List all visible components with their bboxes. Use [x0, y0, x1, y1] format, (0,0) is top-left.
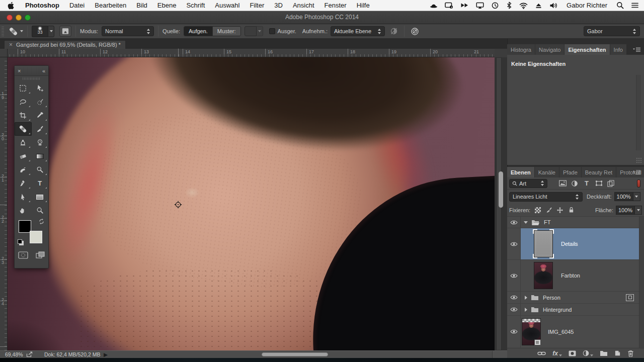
window-title-bar[interactable]: Adobe Photoshop CC 2014 [0, 11, 644, 24]
wifi-icon[interactable] [519, 2, 528, 9]
tool-gradient[interactable] [32, 149, 49, 163]
tab-kanaele[interactable]: Kanäle [535, 167, 559, 177]
new-layer-icon[interactable] [614, 350, 621, 356]
tool-history-brush[interactable] [32, 136, 49, 149]
new-group-icon[interactable] [600, 350, 608, 356]
ignore-adjustment-layers-icon[interactable] [388, 26, 400, 37]
layer-thumbnail[interactable] [534, 230, 553, 257]
status-expand-icon[interactable]: ▶ [104, 351, 108, 357]
tool-healing-brush[interactable] [15, 122, 32, 136]
fill-field[interactable]: 100% [616, 206, 642, 215]
properties-scrollbar[interactable] [636, 75, 641, 150]
layer-row-hintergrund[interactable]: Hintergrund [507, 304, 639, 316]
tab-eigenschaften[interactable]: Eigenschaften [565, 44, 610, 55]
menu-ansicht[interactable]: Ansicht [288, 2, 319, 9]
properties-panel-menu-icon[interactable] [632, 44, 641, 55]
panel-resize-grip[interactable] [636, 157, 642, 163]
layer-row-img-6045[interactable]: IMG_6045 [507, 316, 639, 347]
options-grip[interactable] [2, 26, 4, 36]
tool-crop[interactable] [15, 109, 32, 122]
visibility-toggle[interactable] [507, 217, 521, 228]
smart-object-filter-icon[interactable] [605, 180, 617, 187]
opacity-field[interactable]: 100% [614, 192, 640, 201]
menu-ebene[interactable]: Ebene [152, 2, 182, 9]
screen-mode-button[interactable] [36, 251, 45, 259]
tool-shape[interactable] [32, 190, 49, 204]
layer-blend-mode-dropdown[interactable]: Lineares Licht [509, 192, 583, 202]
ausger-checkbox[interactable] [269, 28, 275, 34]
canvas[interactable] [8, 57, 495, 350]
menu-auswahl[interactable]: Auswahl [210, 2, 245, 9]
tool-hand[interactable] [15, 204, 32, 217]
tool-path-selection[interactable] [15, 190, 32, 204]
search-icon[interactable] [616, 2, 624, 9]
background-color-chip[interactable] [30, 231, 42, 243]
adjustment-layer-filter-icon[interactable] [569, 180, 581, 187]
tool-rectangular-marquee[interactable] [15, 81, 32, 95]
vertical-ruler[interactable]: 19 20 21 22 23 24 [0, 57, 8, 350]
tool-type[interactable]: T [32, 176, 49, 190]
layer-row-person[interactable]: Person [507, 292, 639, 304]
tab-histogramm[interactable]: Histogra [507, 44, 535, 55]
add-adjustment-layer-icon[interactable] [583, 350, 593, 356]
visibility-toggle[interactable] [507, 228, 521, 259]
volume-icon[interactable] [549, 2, 557, 9]
tools-collapse-icon[interactable]: « [42, 68, 45, 74]
workspace-dropdown[interactable]: Gabor [584, 26, 640, 36]
tool-eraser[interactable] [15, 149, 32, 163]
lock-paint-icon[interactable] [543, 207, 554, 213]
bluetooth-icon[interactable] [506, 2, 512, 9]
tab-navigator[interactable]: Navigato [535, 44, 565, 55]
lock-position-icon[interactable] [554, 207, 566, 214]
lock-all-icon[interactable] [566, 207, 577, 213]
hat-icon[interactable] [430, 2, 438, 9]
menu-fenster[interactable]: Fenster [319, 2, 352, 9]
airplay-icon[interactable] [476, 2, 484, 9]
sample-dropdown[interactable]: Aktuelle Ebene [331, 26, 385, 36]
fast-forward-icon[interactable] [460, 2, 469, 9]
blend-mode-dropdown[interactable]: Normal [102, 26, 154, 36]
menu-filter[interactable]: Filter [245, 2, 269, 9]
horizontal-ruler[interactable]: 10 11 12 13 14 15 16 17 18 19 20 21 [8, 49, 495, 57]
document-tab[interactable]: × Gangster.psd bei 69,5% (Details, RGB/8… [4, 40, 126, 49]
pixel-layer-filter-icon[interactable] [556, 180, 569, 187]
expand-group-icon[interactable] [525, 296, 527, 300]
link-layers-icon[interactable] [537, 350, 546, 356]
share-icon[interactable] [26, 351, 33, 357]
tool-quick-selection[interactable] [32, 95, 49, 109]
menu-photoshop[interactable]: Photoshop [20, 2, 64, 9]
tab-ebenen[interactable]: Ebenen [507, 167, 535, 177]
tab-info[interactable]: Info [610, 44, 627, 55]
menu-bearbeiten[interactable]: Bearbeiten [90, 2, 131, 9]
layer-thumbnail[interactable] [522, 318, 541, 345]
tool-pen[interactable] [15, 176, 32, 190]
tool-lasso[interactable] [15, 95, 32, 109]
tool-clone-stamp[interactable] [15, 136, 32, 149]
layer-style-icon[interactable]: fx [552, 350, 562, 356]
visibility-toggle[interactable] [507, 304, 521, 315]
tab-beauty-retusche[interactable]: Beauty Ret [582, 167, 616, 177]
tool-dodge[interactable] [32, 163, 49, 176]
tool-zoom[interactable] [32, 204, 49, 217]
aufgen-button[interactable]: Aufgen. [184, 27, 212, 36]
muster-button[interactable]: Muster: [212, 27, 240, 36]
menubar-username[interactable]: Gabor Richter [565, 2, 609, 9]
expand-group-icon[interactable] [525, 308, 527, 312]
menu-bild[interactable]: Bild [131, 2, 152, 9]
layer-row-farbton[interactable]: Farbton [507, 260, 639, 292]
vertical-scrollbar-thumb[interactable] [499, 171, 503, 208]
layer-row-details[interactable]: Details [507, 228, 639, 260]
menu-schrift[interactable]: Schrift [181, 2, 210, 9]
zoom-level-field[interactable]: 69,48% [5, 351, 23, 357]
tool-brush[interactable] [32, 122, 49, 136]
clone-source-panel-button[interactable] [59, 26, 71, 37]
visibility-toggle[interactable] [507, 292, 521, 303]
add-layer-mask-icon[interactable] [569, 350, 576, 356]
layers-scrollbar[interactable] [639, 217, 644, 348]
collapse-group-icon[interactable] [524, 221, 528, 224]
delete-layer-icon[interactable] [627, 350, 634, 357]
lock-transparency-icon[interactable] [532, 207, 543, 213]
close-tab-icon[interactable]: × [9, 42, 13, 48]
eject-icon[interactable] [535, 2, 542, 9]
default-colors-icon[interactable] [18, 239, 22, 244]
